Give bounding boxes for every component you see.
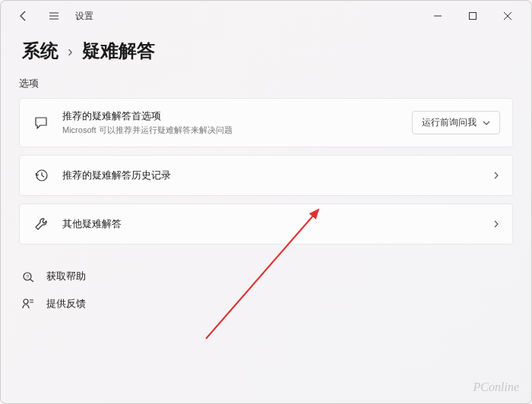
maximize-button[interactable] (455, 4, 490, 28)
chevron-right-icon (492, 220, 500, 228)
related-links: ? 获取帮助 提供反馈 (19, 263, 513, 317)
breadcrumb-parent[interactable]: 系统 (22, 39, 59, 63)
breadcrumb-current: 疑难解答 (82, 39, 155, 63)
titlebar: 设置 (1, 1, 531, 31)
card-title: 推荐的疑难解答首选项 (62, 109, 400, 123)
breadcrumb-sep-icon: › (68, 43, 73, 60)
feedback-icon (21, 296, 36, 311)
card-subtitle: Microsoft 可以推荐并运行疑难解答来解决问题 (62, 125, 400, 136)
help-icon: ? (21, 269, 36, 284)
svg-text:?: ? (26, 274, 29, 279)
link-text: 提供反馈 (46, 297, 86, 311)
card-body: 推荐的疑难解答历史记录 (62, 169, 480, 182)
history-icon (32, 166, 50, 185)
card-title: 推荐的疑难解答历史记录 (62, 169, 480, 182)
content: 选项 推荐的疑难解答首选项 Microsoft 可以推荐并运行疑难解答来解决问题… (1, 77, 531, 317)
card-body: 其他疑难解答 (62, 217, 480, 231)
card-other[interactable]: 其他疑难解答 (19, 204, 513, 245)
minimize-icon (433, 11, 442, 21)
card-preferences[interactable]: 推荐的疑难解答首选项 Microsoft 可以推荐并运行疑难解答来解决问题 运行… (19, 98, 513, 147)
pref-dropdown[interactable]: 运行前询问我 (412, 111, 500, 134)
link-help[interactable]: ? 获取帮助 (21, 263, 513, 290)
dropdown-value: 运行前询问我 (422, 116, 477, 129)
card-body: 推荐的疑难解答首选项 Microsoft 可以推荐并运行疑难解答来解决问题 (62, 109, 400, 136)
card-title: 其他疑难解答 (62, 217, 480, 231)
back-icon (17, 10, 30, 22)
app-title: 设置 (75, 10, 93, 23)
close-icon (503, 11, 512, 21)
svg-rect-0 (470, 13, 477, 20)
window-controls (420, 4, 525, 28)
wrench-icon (32, 215, 50, 233)
chevron-down-icon (483, 119, 490, 127)
maximize-icon (468, 11, 477, 21)
titlebar-left: 设置 (7, 4, 93, 28)
svg-point-4 (24, 299, 28, 304)
menu-button[interactable] (42, 4, 66, 28)
section-label: 选项 (19, 77, 513, 90)
link-feedback[interactable]: 提供反馈 (21, 290, 513, 317)
message-icon (32, 114, 50, 132)
minimize-button[interactable] (420, 4, 455, 28)
watermark: PConline (473, 380, 519, 394)
back-button[interactable] (11, 4, 36, 28)
hamburger-icon (48, 10, 60, 22)
link-text: 获取帮助 (46, 270, 86, 283)
close-button[interactable] (490, 4, 525, 28)
card-history[interactable]: 推荐的疑难解答历史记录 (19, 155, 513, 196)
breadcrumb: 系统 › 疑难解答 (1, 31, 531, 77)
chevron-right-icon (492, 172, 500, 179)
